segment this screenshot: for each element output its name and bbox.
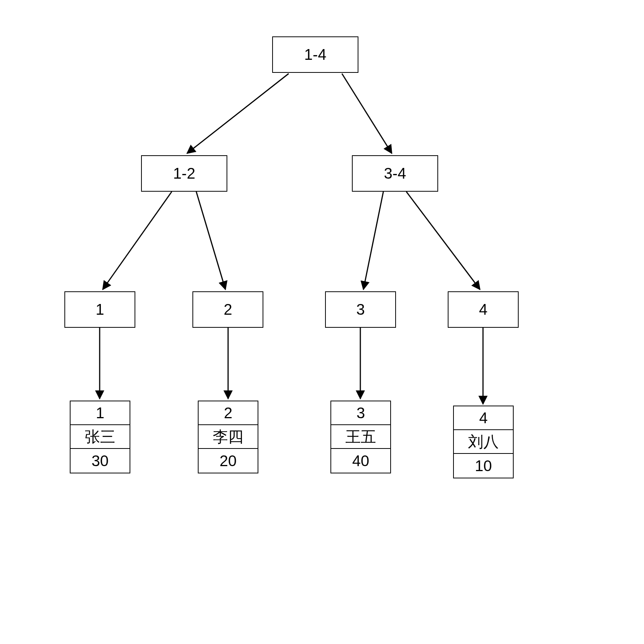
svg-line-0: [187, 74, 289, 153]
node-leaf-3-label: 3: [356, 301, 365, 318]
record-2: 2 李四 20: [198, 401, 258, 473]
node-leaf-3: 3: [325, 291, 396, 328]
node-leaf-1: 1: [64, 291, 135, 328]
record-1-name: 张三: [71, 425, 130, 449]
record-4: 4 刘八 10: [453, 406, 514, 478]
svg-line-2: [103, 192, 172, 289]
record-4-id: 4: [454, 406, 513, 430]
node-leaf-4-label: 4: [479, 301, 487, 318]
record-2-name: 李四: [199, 425, 258, 449]
record-2-value: 20: [199, 449, 258, 473]
record-2-id: 2: [199, 401, 258, 425]
svg-line-1: [342, 74, 392, 153]
node-right: 3-4: [352, 155, 438, 192]
node-root-label: 1-4: [304, 46, 327, 63]
svg-line-4: [363, 192, 383, 289]
node-leaf-2: 2: [192, 291, 263, 328]
node-leaf-2-label: 2: [223, 301, 232, 318]
record-4-name: 刘八: [454, 430, 513, 454]
node-right-label: 3-4: [384, 165, 406, 182]
record-3-name: 王五: [331, 425, 390, 449]
record-3-value: 40: [331, 449, 390, 473]
node-root: 1-4: [272, 36, 358, 73]
svg-line-3: [196, 192, 225, 289]
node-leaf-4: 4: [448, 291, 519, 328]
record-1: 1 张三 30: [70, 401, 130, 473]
node-left: 1-2: [141, 155, 227, 192]
record-3: 3 王五 40: [330, 401, 391, 473]
node-leaf-1-label: 1: [95, 301, 104, 318]
record-3-id: 3: [331, 401, 390, 425]
record-4-value: 10: [454, 454, 513, 478]
record-1-value: 30: [71, 449, 130, 473]
tree-diagram: 1-4 1-2 3-4 1 2 3 4 1 张三 30 2 李四 20 3 王五…: [0, 0, 644, 644]
node-left-label: 1-2: [173, 165, 196, 182]
svg-line-5: [406, 192, 480, 289]
record-1-id: 1: [71, 401, 130, 425]
